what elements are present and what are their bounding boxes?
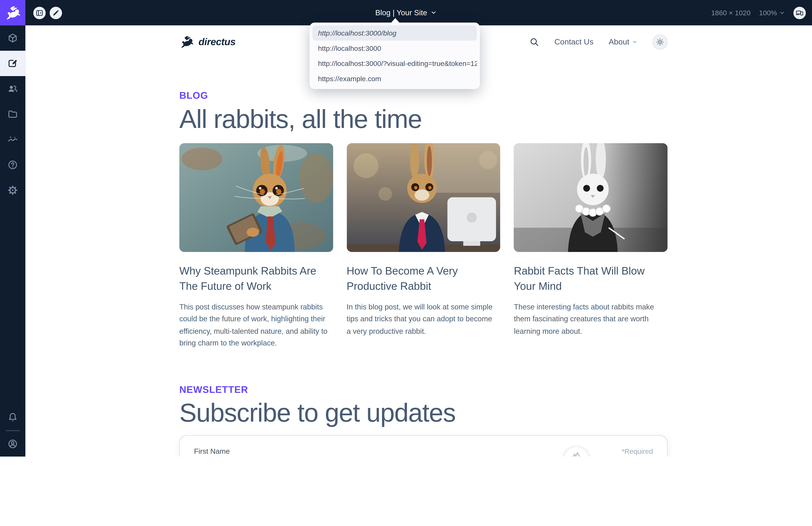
newsletter-title: Subscribe to get updates (179, 397, 668, 428)
site-logo[interactable]: directus (179, 34, 235, 49)
zoom-control[interactable]: 100% (759, 9, 785, 17)
preview-title: Blog | Your Site (375, 9, 427, 17)
newsletter-eyebrow: NEWSLETTER (179, 384, 668, 396)
sidebar-divider (6, 430, 20, 431)
responsive-preview-button[interactable] (793, 6, 806, 19)
office-rabbit-illustration (347, 143, 501, 252)
site-logo-wordmark: directus (199, 36, 235, 47)
blog-post-card[interactable]: How To Become A Very Productive Rabbit I… (347, 143, 501, 349)
required-note: *Required (622, 448, 653, 455)
app-window: Blog | Your Site 1860 × 1020 100% (0, 0, 812, 457)
sidebar-item-settings[interactable] (0, 178, 25, 203)
post-excerpt: This post discusses how steampunk rabbit… (179, 301, 333, 349)
bell-icon (7, 412, 18, 423)
sidebar-item-content[interactable] (0, 25, 25, 50)
collapse-sidebar-button[interactable] (33, 6, 46, 19)
users-icon (7, 84, 18, 94)
devices-icon (796, 9, 803, 17)
post-title: Rabbit Facts That Will Blow Your Mind (514, 264, 668, 294)
edit-mode-button[interactable] (50, 6, 62, 19)
pencil-icon (52, 9, 60, 17)
chevron-down-icon (632, 39, 637, 44)
collapse-sidebar-icon (35, 9, 44, 17)
url-menu-item[interactable]: http://localhost:3000/blog (313, 25, 477, 41)
edit-square-icon (7, 58, 18, 69)
admin-topbar: Blog | Your Site 1860 × 1020 100% (0, 0, 812, 25)
gear-icon (7, 185, 18, 195)
search-button[interactable] (530, 37, 539, 46)
url-menu-item[interactable]: http://localhost:3000/?visual-editing=tr… (313, 56, 477, 71)
insights-icon (7, 134, 18, 145)
sidebar-item-users[interactable] (0, 76, 25, 101)
nav-link-about[interactable]: About (609, 37, 637, 46)
blog-post-card[interactable]: Rabbit Facts That Will Blow Your Mind Th… (514, 143, 668, 349)
chevron-down-icon (779, 10, 785, 16)
sidebar-item-visual-editor[interactable] (0, 51, 25, 76)
search-icon (530, 37, 539, 46)
nav-link-contact[interactable]: Contact Us (554, 37, 593, 46)
post-title: Why Steampunk Rabbits Are The Future of … (179, 264, 333, 294)
sidebar-item-insights[interactable] (0, 127, 25, 152)
post-image-steampunk-rabbit (179, 143, 333, 252)
blog-page-title: All rabbits, all the time (179, 104, 668, 134)
mountain-logo-icon (571, 450, 582, 457)
steampunk-rabbit-illustration (179, 143, 333, 252)
site-preview: directus Contact Us About BLOG All rabbi… (25, 25, 812, 456)
first-name-field-label[interactable]: First Name (194, 447, 230, 455)
blog-eyebrow: BLOG (179, 90, 668, 101)
preview-url-selector[interactable]: Blog | Your Site (375, 0, 437, 25)
directus-app-logo[interactable] (0, 0, 25, 25)
directus-rabbit-icon (4, 4, 21, 21)
theme-toggle-button[interactable] (652, 34, 668, 49)
sidebar-item-account[interactable] (0, 431, 25, 456)
framework-logo-badge[interactable] (564, 447, 589, 456)
viewport-dimensions: 1860 × 1020 (711, 9, 751, 17)
sidebar-item-files[interactable] (0, 101, 25, 127)
box-icon (7, 33, 18, 43)
post-title: How To Become A Very Productive Rabbit (347, 264, 501, 294)
zoom-level: 100% (759, 9, 777, 17)
account-icon (7, 438, 18, 449)
blog-post-list: Why Steampunk Rabbits Are The Future of … (179, 143, 668, 349)
post-excerpt: In this blog post, we will look at some … (347, 301, 501, 337)
folder-icon (7, 109, 18, 119)
blog-post-card[interactable]: Why Steampunk Rabbits Are The Future of … (179, 143, 333, 349)
sidebar-item-notifications[interactable] (0, 405, 25, 430)
post-image-victorian-rabbit (514, 143, 668, 252)
sun-icon (656, 38, 664, 46)
chevron-down-icon (431, 10, 437, 16)
directus-rabbit-icon (179, 34, 194, 49)
help-icon (7, 160, 18, 170)
url-menu: http://localhost:3000/blog http://localh… (309, 23, 480, 89)
url-menu-caret (391, 18, 400, 23)
post-image-office-rabbit (347, 143, 501, 252)
module-sidebar (0, 25, 25, 456)
post-excerpt: These interesting facts about rabbits ma… (514, 301, 668, 337)
url-menu-item[interactable]: https://example.com (313, 71, 477, 86)
url-menu-item[interactable]: http://localhost:3000 (313, 41, 477, 56)
victorian-rabbit-illustration (514, 143, 668, 252)
site-nav: Contact Us About (530, 34, 668, 49)
newsletter-form: First Name *Required (179, 435, 668, 457)
sidebar-item-help[interactable] (0, 152, 25, 178)
